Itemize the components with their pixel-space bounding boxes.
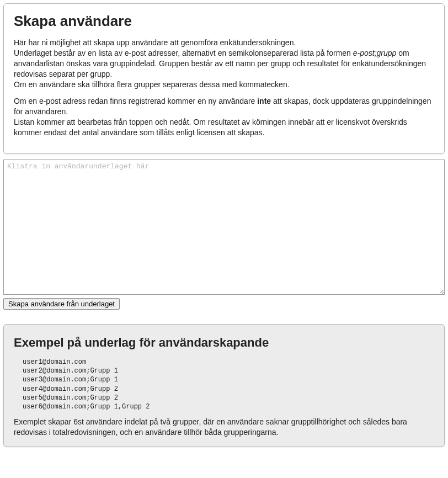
intro-paragraph-1: Här har ni möjlighet att skapa upp använ… [14, 38, 434, 89]
user-data-textarea[interactable] [3, 160, 445, 295]
example-description: Exemplet skapar 6st användare indelat på… [14, 417, 434, 438]
example-panel: Exempel på underlag för användarskapande… [3, 324, 445, 447]
page-title: Skapa användare [14, 13, 434, 30]
example-code-block: user1@domain.com user2@domain.com;Grupp … [23, 358, 434, 411]
intro-panel: Skapa användare Här har ni möjlighet att… [3, 3, 445, 154]
intro-p2-strong: inte [257, 97, 271, 105]
intro-p1-format-example: e-post;grupp [353, 49, 397, 57]
intro-p2-text-a: Om en e-post adress redan finns registre… [14, 97, 257, 105]
intro-p1-text-a: Här har ni möjlighet att skapa upp använ… [14, 38, 353, 57]
example-heading: Exempel på underlag för användarskapande [14, 336, 434, 350]
intro-paragraph-2: Om en e-post adress redan finns registre… [14, 96, 434, 138]
create-users-button[interactable]: Skapa användare från underlaget [3, 298, 120, 310]
